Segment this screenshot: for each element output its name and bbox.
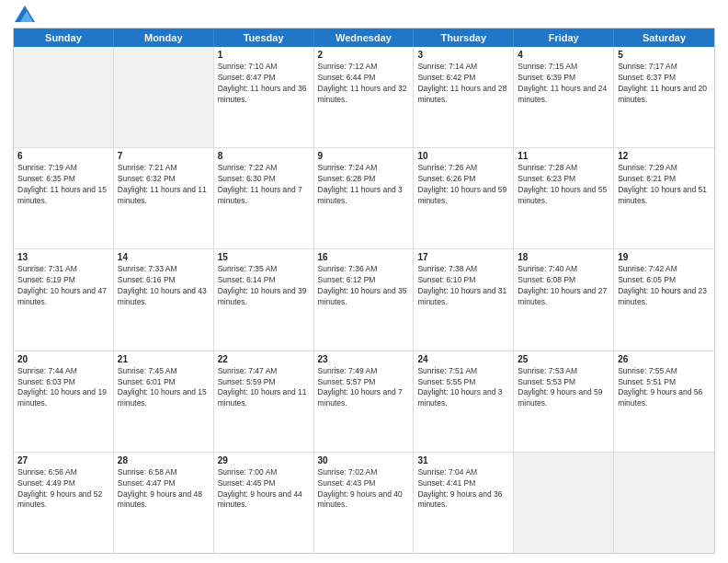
- day-number: 7: [118, 151, 210, 161]
- day-number: 13: [17, 252, 109, 262]
- day-number: 10: [417, 151, 509, 161]
- day-info: Sunrise: 7:33 AM Sunset: 6:16 PM Dayligh…: [118, 264, 210, 308]
- day-info: Sunrise: 7:45 AM Sunset: 6:01 PM Dayligh…: [118, 366, 210, 410]
- day-cell-7: 7Sunrise: 7:21 AM Sunset: 6:32 PM Daylig…: [114, 148, 214, 248]
- day-cell-25: 25Sunrise: 7:53 AM Sunset: 5:53 PM Dayli…: [514, 351, 614, 452]
- calendar-row-1: 1Sunrise: 7:10 AM Sunset: 6:47 PM Daylig…: [14, 47, 714, 147]
- logo: [13, 9, 35, 22]
- day-info: Sunrise: 7:36 AM Sunset: 6:12 PM Dayligh…: [318, 264, 410, 308]
- day-number: 1: [218, 50, 310, 60]
- day-number: 12: [618, 151, 711, 161]
- empty-cell: [514, 453, 614, 553]
- day-number: 16: [318, 252, 410, 262]
- day-info: Sunrise: 7:44 AM Sunset: 6:03 PM Dayligh…: [17, 366, 109, 410]
- day-cell-6: 6Sunrise: 7:19 AM Sunset: 6:35 PM Daylig…: [14, 148, 114, 248]
- day-cell-5: 5Sunrise: 7:17 AM Sunset: 6:37 PM Daylig…: [614, 47, 714, 147]
- weekday-header-wednesday: Wednesday: [314, 29, 415, 47]
- day-info: Sunrise: 7:24 AM Sunset: 6:28 PM Dayligh…: [318, 163, 410, 207]
- day-number: 29: [218, 455, 310, 465]
- weekday-header-saturday: Saturday: [614, 29, 714, 47]
- day-number: 18: [518, 252, 609, 262]
- empty-cell: [114, 47, 214, 147]
- day-info: Sunrise: 7:00 AM Sunset: 4:45 PM Dayligh…: [218, 467, 310, 511]
- day-info: Sunrise: 7:12 AM Sunset: 6:44 PM Dayligh…: [318, 62, 410, 106]
- day-info: Sunrise: 6:56 AM Sunset: 4:49 PM Dayligh…: [17, 467, 109, 511]
- day-cell-28: 28Sunrise: 6:58 AM Sunset: 4:47 PM Dayli…: [114, 453, 214, 553]
- day-cell-4: 4Sunrise: 7:15 AM Sunset: 6:39 PM Daylig…: [514, 47, 614, 147]
- day-cell-9: 9Sunrise: 7:24 AM Sunset: 6:28 PM Daylig…: [314, 148, 415, 248]
- calendar-row-4: 20Sunrise: 7:44 AM Sunset: 6:03 PM Dayli…: [14, 350, 714, 452]
- day-info: Sunrise: 7:17 AM Sunset: 6:37 PM Dayligh…: [618, 62, 711, 106]
- day-number: 2: [318, 50, 410, 60]
- day-number: 9: [318, 151, 410, 161]
- day-cell-30: 30Sunrise: 7:02 AM Sunset: 4:43 PM Dayli…: [314, 453, 415, 553]
- day-cell-12: 12Sunrise: 7:29 AM Sunset: 6:21 PM Dayli…: [614, 148, 714, 248]
- day-cell-31: 31Sunrise: 7:04 AM Sunset: 4:41 PM Dayli…: [414, 453, 514, 553]
- day-cell-21: 21Sunrise: 7:45 AM Sunset: 6:01 PM Dayli…: [114, 351, 214, 452]
- day-number: 22: [218, 354, 310, 364]
- day-info: Sunrise: 7:15 AM Sunset: 6:39 PM Dayligh…: [518, 62, 609, 106]
- day-cell-18: 18Sunrise: 7:40 AM Sunset: 6:08 PM Dayli…: [514, 249, 614, 350]
- day-number: 26: [618, 354, 711, 364]
- day-cell-10: 10Sunrise: 7:26 AM Sunset: 6:26 PM Dayli…: [414, 148, 514, 248]
- day-info: Sunrise: 7:35 AM Sunset: 6:14 PM Dayligh…: [218, 264, 310, 308]
- day-info: Sunrise: 6:58 AM Sunset: 4:47 PM Dayligh…: [118, 467, 210, 511]
- day-info: Sunrise: 7:02 AM Sunset: 4:43 PM Dayligh…: [318, 467, 410, 511]
- day-info: Sunrise: 7:19 AM Sunset: 6:35 PM Dayligh…: [17, 163, 109, 207]
- day-info: Sunrise: 7:10 AM Sunset: 6:47 PM Dayligh…: [218, 62, 310, 106]
- header: [13, 9, 715, 22]
- logo-icon: [15, 6, 35, 22]
- day-cell-15: 15Sunrise: 7:35 AM Sunset: 6:14 PM Dayli…: [214, 249, 314, 350]
- day-number: 5: [618, 50, 711, 60]
- day-cell-2: 2Sunrise: 7:12 AM Sunset: 6:44 PM Daylig…: [314, 47, 415, 147]
- day-info: Sunrise: 7:53 AM Sunset: 5:53 PM Dayligh…: [518, 366, 609, 410]
- day-cell-22: 22Sunrise: 7:47 AM Sunset: 5:59 PM Dayli…: [214, 351, 314, 452]
- day-number: 20: [17, 354, 109, 364]
- day-info: Sunrise: 7:55 AM Sunset: 5:51 PM Dayligh…: [618, 366, 711, 410]
- day-info: Sunrise: 7:21 AM Sunset: 6:32 PM Dayligh…: [118, 163, 210, 207]
- day-info: Sunrise: 7:49 AM Sunset: 5:57 PM Dayligh…: [318, 366, 410, 410]
- day-number: 19: [618, 252, 711, 262]
- day-cell-14: 14Sunrise: 7:33 AM Sunset: 6:16 PM Dayli…: [114, 249, 214, 350]
- day-cell-3: 3Sunrise: 7:14 AM Sunset: 6:42 PM Daylig…: [414, 47, 514, 147]
- day-number: 15: [218, 252, 310, 262]
- day-number: 17: [417, 252, 509, 262]
- empty-cell: [614, 453, 714, 553]
- calendar-header: SundayMondayTuesdayWednesdayThursdayFrid…: [14, 29, 714, 47]
- day-cell-27: 27Sunrise: 6:56 AM Sunset: 4:49 PM Dayli…: [14, 453, 114, 553]
- day-cell-11: 11Sunrise: 7:28 AM Sunset: 6:23 PM Dayli…: [514, 148, 614, 248]
- calendar-row-2: 6Sunrise: 7:19 AM Sunset: 6:35 PM Daylig…: [14, 147, 714, 248]
- day-number: 30: [318, 455, 410, 465]
- day-info: Sunrise: 7:29 AM Sunset: 6:21 PM Dayligh…: [618, 163, 711, 207]
- empty-cell: [14, 47, 114, 147]
- weekday-header-friday: Friday: [514, 29, 614, 47]
- day-cell-13: 13Sunrise: 7:31 AM Sunset: 6:19 PM Dayli…: [14, 249, 114, 350]
- day-cell-24: 24Sunrise: 7:51 AM Sunset: 5:55 PM Dayli…: [414, 351, 514, 452]
- day-cell-16: 16Sunrise: 7:36 AM Sunset: 6:12 PM Dayli…: [314, 249, 415, 350]
- day-number: 21: [118, 354, 210, 364]
- day-cell-29: 29Sunrise: 7:00 AM Sunset: 4:45 PM Dayli…: [214, 453, 314, 553]
- day-info: Sunrise: 7:04 AM Sunset: 4:41 PM Dayligh…: [417, 467, 509, 511]
- weekday-header-monday: Monday: [114, 29, 214, 47]
- day-cell-17: 17Sunrise: 7:38 AM Sunset: 6:10 PM Dayli…: [414, 249, 514, 350]
- day-number: 23: [318, 354, 410, 364]
- day-number: 6: [17, 151, 109, 161]
- day-number: 8: [218, 151, 310, 161]
- day-info: Sunrise: 7:14 AM Sunset: 6:42 PM Dayligh…: [417, 62, 509, 106]
- calendar-body: 1Sunrise: 7:10 AM Sunset: 6:47 PM Daylig…: [14, 47, 714, 553]
- day-info: Sunrise: 7:40 AM Sunset: 6:08 PM Dayligh…: [518, 264, 609, 308]
- day-number: 24: [417, 354, 509, 364]
- day-number: 28: [118, 455, 210, 465]
- weekday-header-sunday: Sunday: [14, 29, 114, 47]
- day-number: 14: [118, 252, 210, 262]
- page: SundayMondayTuesdayWednesdayThursdayFrid…: [0, 0, 728, 563]
- calendar: SundayMondayTuesdayWednesdayThursdayFrid…: [13, 28, 715, 554]
- calendar-row-5: 27Sunrise: 6:56 AM Sunset: 4:49 PM Dayli…: [14, 452, 714, 553]
- weekday-header-tuesday: Tuesday: [214, 29, 314, 47]
- day-cell-26: 26Sunrise: 7:55 AM Sunset: 5:51 PM Dayli…: [614, 351, 714, 452]
- day-info: Sunrise: 7:28 AM Sunset: 6:23 PM Dayligh…: [518, 163, 609, 207]
- day-number: 3: [417, 50, 509, 60]
- day-info: Sunrise: 7:38 AM Sunset: 6:10 PM Dayligh…: [417, 264, 509, 308]
- calendar-row-3: 13Sunrise: 7:31 AM Sunset: 6:19 PM Dayli…: [14, 248, 714, 350]
- day-info: Sunrise: 7:26 AM Sunset: 6:26 PM Dayligh…: [417, 163, 509, 207]
